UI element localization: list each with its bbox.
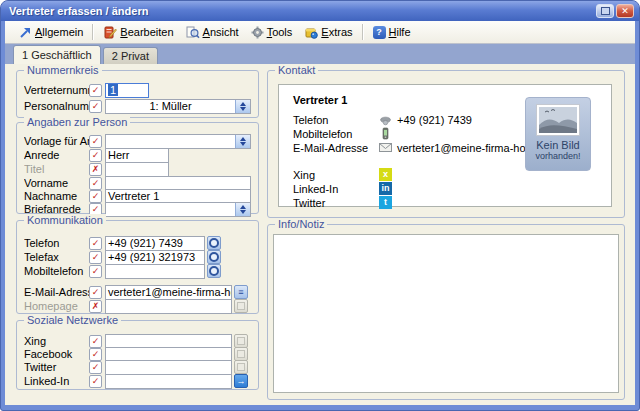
tab-geschaeftlich[interactable]: 1 Geschäftlich [13,45,101,64]
titlebar[interactable]: Vertreter erfassen / ändern ✕ [1,1,639,21]
field-label: Nachname [24,190,89,202]
dial-button[interactable] [207,264,221,278]
twitter-icon[interactable]: t [379,196,392,209]
dial-button[interactable] [207,250,221,264]
window-body: Allgemein Bearbeiten Ansicht Tools Extra… [5,21,635,405]
anrede-input[interactable]: Herr [105,148,169,163]
chevron-down-icon [240,107,246,111]
open-twitter-button [234,360,248,374]
twitter-input[interactable] [105,360,232,375]
tools-gear-icon [251,26,264,39]
vertreternummer-input[interactable]: 1 [105,83,149,98]
field-personalnummer: Personalnummer ✓ 1: Müller [24,99,251,113]
kontakt-linkedin-row: Linked-In in [293,182,611,195]
required-check-icon[interactable]: ✓ [89,177,102,190]
disabled-cross-icon[interactable]: ✗ [89,300,102,313]
kontakt-card: Vertreter 1 Telefon +49 (921) 7439 Mobil… [278,84,612,207]
required-check-icon[interactable]: ✓ [89,286,102,299]
chevron-up-icon [240,205,246,209]
field-email: E-Mail-Adresse ✓ verteter1@meine-firma-h… [24,285,251,299]
telefon-input[interactable]: +49 (921) 7439 [105,236,205,251]
required-check-icon[interactable]: ✓ [89,375,102,388]
open-linkedin-button[interactable]: → [234,374,248,388]
send-email-button[interactable]: ≡ [234,285,248,299]
menu-separator [362,24,364,40]
info-notiz-textarea[interactable] [273,234,619,393]
spinner-button[interactable] [235,100,250,113]
telefax-input[interactable]: +49 (921) 321973 [105,250,205,265]
menu-ansicht[interactable]: Ansicht [180,24,245,41]
menu-label: Allgemein [35,26,83,38]
menu-label: Ansicht [203,26,239,38]
required-check-icon[interactable]: ✓ [89,190,102,203]
link-icon [237,350,245,358]
xing-icon[interactable]: x [379,168,392,181]
maximize-button[interactable] [596,4,614,18]
window-controls: ✕ [596,4,634,18]
group-nummernkreis: Nummernkreis Vertreternummer ✓ 1 Persona… [16,70,259,118]
required-check-icon[interactable]: ✓ [89,237,102,250]
mobiltelefon-input[interactable] [105,264,205,279]
required-check-icon[interactable]: ✓ [89,335,102,348]
field-vorlage-anrede: Vorlage für Anrede ✓ [24,134,251,148]
group-kommunikation: Kommunikation Telefon ✓ +49 (921) 7439 T… [16,220,259,314]
group-title: Info/Notiz [275,218,327,230]
phone-icon [379,114,397,126]
required-check-icon[interactable]: ✓ [89,149,102,162]
menubar: Allgemein Bearbeiten Ansicht Tools Extra… [5,21,635,44]
globe-icon [237,302,245,310]
mail-icon [379,142,397,153]
required-check-icon[interactable]: ✓ [89,135,102,148]
vorlage-anrede-select[interactable] [105,134,251,149]
spinner-button[interactable] [235,135,250,148]
field-label: Telefon [24,237,89,249]
menu-label: Hilfe [389,26,411,38]
menu-bearbeiten[interactable]: Bearbeiten [97,24,179,41]
field-label: Personalnummer [24,100,89,112]
view-icon [186,26,200,39]
open-facebook-button [234,347,248,361]
field-label: Vorname [24,177,89,189]
required-check-icon[interactable]: ✓ [89,265,102,278]
menu-label: Bearbeiten [120,26,173,38]
email-input[interactable]: verteter1@meine-firma-homepage.de [105,285,232,300]
field-label: Linked-In [24,375,89,387]
field-linkedin: Linked-In ✓ → [24,374,251,388]
group-person: Angaben zur Person Vorlage für Anrede ✓ … [16,122,259,214]
menu-allgemein[interactable]: Allgemein [13,24,89,41]
field-twitter: Twitter ✓ [24,360,251,374]
allgemein-arrow-icon [19,26,32,39]
group-kontakt: Kontakt Vertreter 1 Telefon +49 (921) 74… [267,70,625,218]
field-label: Twitter [24,361,89,373]
menu-separator [92,24,94,40]
field-label: Mobiltelefon [24,265,89,277]
menu-hilfe[interactable]: ? Hilfe [367,24,417,41]
close-button[interactable]: ✕ [616,4,634,18]
field-label: Homepage [24,300,89,312]
open-xing-button [234,334,248,348]
menu-extras[interactable]: Extras [298,24,358,41]
personalnummer-select[interactable]: 1: Müller [105,99,251,114]
field-label: Vorlage für Anrede [24,135,89,147]
tab-privat[interactable]: 2 Privat [103,47,158,64]
briefanrede-select[interactable] [105,202,251,217]
required-check-icon[interactable]: ✓ [89,100,102,113]
required-check-icon[interactable]: ✓ [89,251,102,264]
mobile-phone-icon [379,127,397,140]
linkedin-input[interactable] [105,374,232,389]
linkedin-icon[interactable]: in [379,182,392,195]
required-check-icon[interactable]: ✓ [89,84,102,97]
disabled-cross-icon[interactable]: ✗ [89,163,102,176]
group-title: Kommunikation [24,214,106,226]
field-anrede: Anrede ✓ Herr [24,148,251,162]
field-mobiltelefon: Mobiltelefon ✓ [24,264,251,278]
form-content: Nummernkreis Vertreternummer ✓ 1 Persona… [5,64,635,405]
group-title: Soziale Netzwerke [24,314,121,326]
menu-tools[interactable]: Tools [245,24,299,41]
phone-dial-icon [209,238,219,248]
required-check-icon[interactable]: ✓ [89,361,102,374]
dial-button[interactable] [207,236,221,250]
homepage-input [105,299,232,314]
required-check-icon[interactable]: ✓ [89,348,102,361]
spinner-button[interactable] [235,203,250,216]
